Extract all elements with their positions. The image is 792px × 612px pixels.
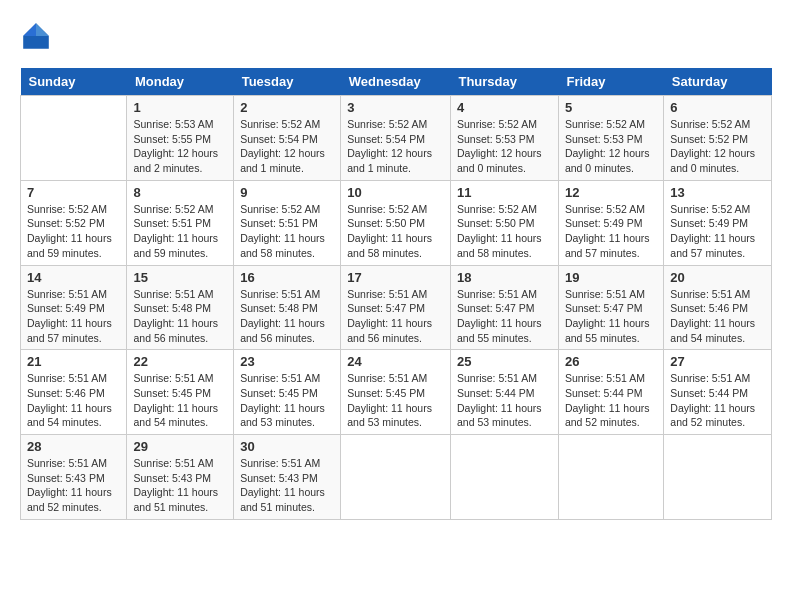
day-number: 22 [133,354,227,369]
day-number: 1 [133,100,227,115]
day-info: Sunrise: 5:52 AM Sunset: 5:49 PM Dayligh… [670,202,765,261]
calendar-cell: 2Sunrise: 5:52 AM Sunset: 5:54 PM Daylig… [234,96,341,181]
calendar-cell: 10Sunrise: 5:52 AM Sunset: 5:50 PM Dayli… [341,180,451,265]
svg-marker-1 [36,23,49,36]
calendar-cell: 15Sunrise: 5:51 AM Sunset: 5:48 PM Dayli… [127,265,234,350]
day-number: 16 [240,270,334,285]
day-number: 14 [27,270,120,285]
col-header-saturday: Saturday [664,68,772,96]
calendar-cell: 21Sunrise: 5:51 AM Sunset: 5:46 PM Dayli… [21,350,127,435]
day-info: Sunrise: 5:52 AM Sunset: 5:50 PM Dayligh… [457,202,552,261]
day-info: Sunrise: 5:52 AM Sunset: 5:54 PM Dayligh… [347,117,444,176]
calendar-cell: 27Sunrise: 5:51 AM Sunset: 5:44 PM Dayli… [664,350,772,435]
calendar-cell: 25Sunrise: 5:51 AM Sunset: 5:44 PM Dayli… [450,350,558,435]
day-info: Sunrise: 5:52 AM Sunset: 5:54 PM Dayligh… [240,117,334,176]
calendar-cell: 28Sunrise: 5:51 AM Sunset: 5:43 PM Dayli… [21,435,127,520]
page-header [20,20,772,52]
day-info: Sunrise: 5:51 AM Sunset: 5:49 PM Dayligh… [27,287,120,346]
calendar-cell: 26Sunrise: 5:51 AM Sunset: 5:44 PM Dayli… [558,350,663,435]
calendar-cell [341,435,451,520]
calendar-cell: 3Sunrise: 5:52 AM Sunset: 5:54 PM Daylig… [341,96,451,181]
col-header-thursday: Thursday [450,68,558,96]
svg-marker-2 [23,23,36,36]
calendar-cell [558,435,663,520]
calendar-header-row: SundayMondayTuesdayWednesdayThursdayFrid… [21,68,772,96]
calendar-cell: 24Sunrise: 5:51 AM Sunset: 5:45 PM Dayli… [341,350,451,435]
day-number: 9 [240,185,334,200]
day-info: Sunrise: 5:51 AM Sunset: 5:47 PM Dayligh… [457,287,552,346]
day-number: 25 [457,354,552,369]
calendar-cell: 20Sunrise: 5:51 AM Sunset: 5:46 PM Dayli… [664,265,772,350]
day-info: Sunrise: 5:51 AM Sunset: 5:48 PM Dayligh… [133,287,227,346]
calendar-cell: 17Sunrise: 5:51 AM Sunset: 5:47 PM Dayli… [341,265,451,350]
day-number: 24 [347,354,444,369]
calendar-cell: 1Sunrise: 5:53 AM Sunset: 5:55 PM Daylig… [127,96,234,181]
day-info: Sunrise: 5:52 AM Sunset: 5:53 PM Dayligh… [565,117,657,176]
day-info: Sunrise: 5:52 AM Sunset: 5:53 PM Dayligh… [457,117,552,176]
calendar-cell: 13Sunrise: 5:52 AM Sunset: 5:49 PM Dayli… [664,180,772,265]
day-number: 29 [133,439,227,454]
day-number: 6 [670,100,765,115]
day-number: 11 [457,185,552,200]
day-info: Sunrise: 5:52 AM Sunset: 5:52 PM Dayligh… [27,202,120,261]
calendar-week-1: 1Sunrise: 5:53 AM Sunset: 5:55 PM Daylig… [21,96,772,181]
calendar-cell [450,435,558,520]
day-info: Sunrise: 5:51 AM Sunset: 5:45 PM Dayligh… [347,371,444,430]
day-number: 19 [565,270,657,285]
calendar-cell: 4Sunrise: 5:52 AM Sunset: 5:53 PM Daylig… [450,96,558,181]
calendar-cell: 6Sunrise: 5:52 AM Sunset: 5:52 PM Daylig… [664,96,772,181]
day-number: 27 [670,354,765,369]
day-number: 26 [565,354,657,369]
day-number: 7 [27,185,120,200]
calendar-week-3: 14Sunrise: 5:51 AM Sunset: 5:49 PM Dayli… [21,265,772,350]
day-number: 2 [240,100,334,115]
day-info: Sunrise: 5:51 AM Sunset: 5:44 PM Dayligh… [670,371,765,430]
day-info: Sunrise: 5:51 AM Sunset: 5:44 PM Dayligh… [457,371,552,430]
calendar-cell: 23Sunrise: 5:51 AM Sunset: 5:45 PM Dayli… [234,350,341,435]
calendar-table: SundayMondayTuesdayWednesdayThursdayFrid… [20,68,772,520]
col-header-wednesday: Wednesday [341,68,451,96]
logo-icon [20,20,52,52]
calendar-week-2: 7Sunrise: 5:52 AM Sunset: 5:52 PM Daylig… [21,180,772,265]
day-info: Sunrise: 5:51 AM Sunset: 5:44 PM Dayligh… [565,371,657,430]
day-number: 3 [347,100,444,115]
calendar-cell: 11Sunrise: 5:52 AM Sunset: 5:50 PM Dayli… [450,180,558,265]
day-number: 10 [347,185,444,200]
calendar-cell [664,435,772,520]
calendar-cell: 19Sunrise: 5:51 AM Sunset: 5:47 PM Dayli… [558,265,663,350]
day-number: 15 [133,270,227,285]
col-header-friday: Friday [558,68,663,96]
day-info: Sunrise: 5:51 AM Sunset: 5:43 PM Dayligh… [240,456,334,515]
day-info: Sunrise: 5:52 AM Sunset: 5:52 PM Dayligh… [670,117,765,176]
day-info: Sunrise: 5:51 AM Sunset: 5:46 PM Dayligh… [27,371,120,430]
day-info: Sunrise: 5:51 AM Sunset: 5:47 PM Dayligh… [347,287,444,346]
day-info: Sunrise: 5:51 AM Sunset: 5:46 PM Dayligh… [670,287,765,346]
day-number: 12 [565,185,657,200]
calendar-cell: 9Sunrise: 5:52 AM Sunset: 5:51 PM Daylig… [234,180,341,265]
day-info: Sunrise: 5:51 AM Sunset: 5:43 PM Dayligh… [27,456,120,515]
calendar-cell: 5Sunrise: 5:52 AM Sunset: 5:53 PM Daylig… [558,96,663,181]
calendar-cell: 22Sunrise: 5:51 AM Sunset: 5:45 PM Dayli… [127,350,234,435]
day-number: 18 [457,270,552,285]
day-number: 23 [240,354,334,369]
day-number: 8 [133,185,227,200]
calendar-week-4: 21Sunrise: 5:51 AM Sunset: 5:46 PM Dayli… [21,350,772,435]
day-number: 17 [347,270,444,285]
col-header-monday: Monday [127,68,234,96]
col-header-sunday: Sunday [21,68,127,96]
day-info: Sunrise: 5:51 AM Sunset: 5:45 PM Dayligh… [133,371,227,430]
calendar-cell: 18Sunrise: 5:51 AM Sunset: 5:47 PM Dayli… [450,265,558,350]
day-info: Sunrise: 5:52 AM Sunset: 5:50 PM Dayligh… [347,202,444,261]
calendar-cell: 29Sunrise: 5:51 AM Sunset: 5:43 PM Dayli… [127,435,234,520]
day-info: Sunrise: 5:53 AM Sunset: 5:55 PM Dayligh… [133,117,227,176]
day-info: Sunrise: 5:52 AM Sunset: 5:51 PM Dayligh… [133,202,227,261]
day-info: Sunrise: 5:51 AM Sunset: 5:48 PM Dayligh… [240,287,334,346]
day-number: 28 [27,439,120,454]
day-number: 20 [670,270,765,285]
logo [20,20,56,52]
day-number: 13 [670,185,765,200]
day-number: 4 [457,100,552,115]
col-header-tuesday: Tuesday [234,68,341,96]
day-number: 21 [27,354,120,369]
calendar-cell: 30Sunrise: 5:51 AM Sunset: 5:43 PM Dayli… [234,435,341,520]
